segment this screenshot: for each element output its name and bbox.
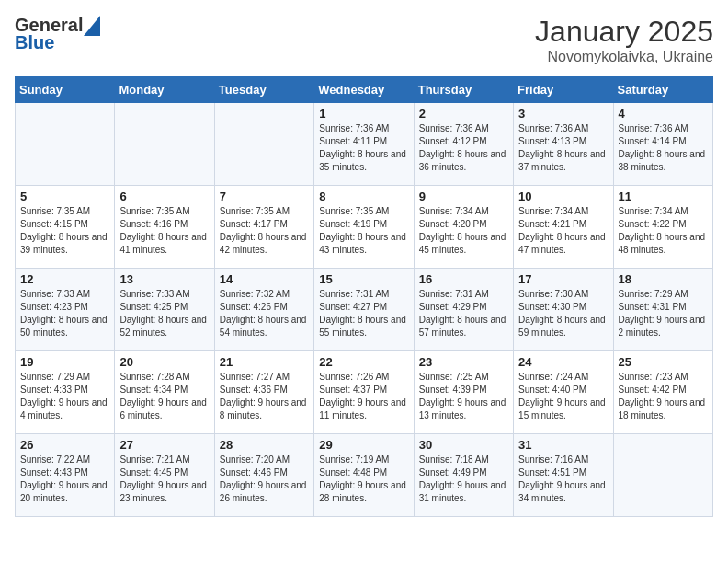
- day-number: 10: [518, 190, 608, 203]
- day-number: 8: [319, 190, 408, 203]
- calendar-cell: 28Sunrise: 7:20 AM Sunset: 4:46 PM Dayli…: [214, 434, 313, 517]
- month-title: January 2025: [535, 15, 713, 49]
- calendar-cell: 8Sunrise: 7:35 AM Sunset: 4:19 PM Daylig…: [314, 186, 414, 269]
- day-number: 3: [518, 107, 608, 121]
- calendar-cell: 14Sunrise: 7:32 AM Sunset: 4:26 PM Dayli…: [214, 269, 313, 351]
- calendar-cell: 3Sunrise: 7:36 AM Sunset: 4:13 PM Daylig…: [514, 103, 613, 186]
- day-info: Sunrise: 7:34 AM Sunset: 4:20 PM Dayligh…: [419, 205, 508, 257]
- day-number: 18: [619, 272, 708, 286]
- calendar-cell: 7Sunrise: 7:35 AM Sunset: 4:17 PM Daylig…: [214, 186, 313, 269]
- day-number: 12: [20, 272, 109, 286]
- calendar-cell: 2Sunrise: 7:36 AM Sunset: 4:12 PM Daylig…: [414, 103, 513, 186]
- svg-marker-0: [84, 16, 100, 36]
- day-number: 20: [119, 355, 209, 369]
- day-number: 13: [119, 272, 209, 286]
- day-info: Sunrise: 7:34 AM Sunset: 4:22 PM Dayligh…: [619, 205, 708, 257]
- calendar-cell: 23Sunrise: 7:25 AM Sunset: 4:39 PM Dayli…: [414, 351, 513, 434]
- day-info: Sunrise: 7:18 AM Sunset: 4:49 PM Dayligh…: [419, 454, 508, 505]
- day-info: Sunrise: 7:31 AM Sunset: 4:27 PM Dayligh…: [319, 288, 408, 339]
- calendar-body: 1Sunrise: 7:36 AM Sunset: 4:11 PM Daylig…: [16, 103, 713, 517]
- day-number: 30: [419, 438, 508, 452]
- title-block: January 2025 Novomykolaivka, Ukraine: [535, 15, 713, 65]
- day-info: Sunrise: 7:26 AM Sunset: 4:37 PM Dayligh…: [319, 371, 408, 422]
- logo: General Blue: [15, 15, 100, 53]
- calendar-cell: 1Sunrise: 7:36 AM Sunset: 4:11 PM Daylig…: [314, 103, 414, 186]
- day-info: Sunrise: 7:25 AM Sunset: 4:39 PM Dayligh…: [419, 371, 508, 422]
- calendar-cell: 19Sunrise: 7:29 AM Sunset: 4:33 PM Dayli…: [16, 351, 115, 434]
- day-number: 31: [518, 438, 608, 452]
- weekday-header-sunday: Sunday: [16, 77, 115, 103]
- day-info: Sunrise: 7:24 AM Sunset: 4:40 PM Dayligh…: [518, 371, 608, 422]
- calendar-cell: 17Sunrise: 7:30 AM Sunset: 4:30 PM Dayli…: [514, 269, 613, 351]
- calendar-cell: 22Sunrise: 7:26 AM Sunset: 4:37 PM Dayli…: [314, 351, 414, 434]
- day-number: 27: [119, 438, 209, 452]
- calendar-table: SundayMondayTuesdayWednesdayThursdayFrid…: [15, 76, 713, 517]
- calendar-cell: 10Sunrise: 7:34 AM Sunset: 4:21 PM Dayli…: [514, 186, 613, 269]
- day-number: 6: [119, 190, 209, 203]
- day-number: 19: [20, 355, 109, 369]
- day-info: Sunrise: 7:29 AM Sunset: 4:33 PM Dayligh…: [20, 371, 109, 422]
- location-text: Novomykolaivka, Ukraine: [535, 49, 713, 65]
- calendar-cell: 16Sunrise: 7:31 AM Sunset: 4:29 PM Dayli…: [414, 269, 513, 351]
- calendar-cell: 21Sunrise: 7:27 AM Sunset: 4:36 PM Dayli…: [214, 351, 313, 434]
- day-info: Sunrise: 7:34 AM Sunset: 4:21 PM Dayligh…: [518, 205, 608, 257]
- day-number: 2: [419, 107, 508, 121]
- calendar-cell: 27Sunrise: 7:21 AM Sunset: 4:45 PM Dayli…: [115, 434, 214, 517]
- calendar-cell: 18Sunrise: 7:29 AM Sunset: 4:31 PM Dayli…: [613, 269, 712, 351]
- calendar-cell: 26Sunrise: 7:22 AM Sunset: 4:43 PM Dayli…: [16, 434, 115, 517]
- day-info: Sunrise: 7:21 AM Sunset: 4:45 PM Dayligh…: [119, 454, 209, 505]
- day-info: Sunrise: 7:35 AM Sunset: 4:19 PM Dayligh…: [319, 205, 408, 257]
- day-info: Sunrise: 7:19 AM Sunset: 4:48 PM Dayligh…: [319, 454, 408, 505]
- day-info: Sunrise: 7:28 AM Sunset: 4:34 PM Dayligh…: [119, 371, 209, 422]
- calendar-week-row: 12Sunrise: 7:33 AM Sunset: 4:23 PM Dayli…: [16, 269, 713, 351]
- calendar-cell: 11Sunrise: 7:34 AM Sunset: 4:22 PM Dayli…: [613, 186, 712, 269]
- calendar-week-row: 19Sunrise: 7:29 AM Sunset: 4:33 PM Dayli…: [16, 351, 713, 434]
- day-info: Sunrise: 7:27 AM Sunset: 4:36 PM Dayligh…: [220, 371, 309, 422]
- calendar-cell: 13Sunrise: 7:33 AM Sunset: 4:25 PM Dayli…: [115, 269, 214, 351]
- calendar-cell: [214, 103, 313, 186]
- day-number: 17: [518, 272, 608, 286]
- day-number: 23: [419, 355, 508, 369]
- calendar-cell: 15Sunrise: 7:31 AM Sunset: 4:27 PM Dayli…: [314, 269, 414, 351]
- day-info: Sunrise: 7:32 AM Sunset: 4:26 PM Dayligh…: [220, 288, 309, 339]
- day-number: 4: [619, 107, 708, 121]
- weekday-header-tuesday: Tuesday: [214, 77, 313, 103]
- day-info: Sunrise: 7:33 AM Sunset: 4:23 PM Dayligh…: [20, 288, 109, 339]
- day-info: Sunrise: 7:23 AM Sunset: 4:42 PM Dayligh…: [619, 371, 708, 422]
- day-info: Sunrise: 7:30 AM Sunset: 4:30 PM Dayligh…: [518, 288, 608, 339]
- day-info: Sunrise: 7:35 AM Sunset: 4:15 PM Dayligh…: [20, 205, 109, 257]
- calendar-cell: 30Sunrise: 7:18 AM Sunset: 4:49 PM Dayli…: [414, 434, 513, 517]
- calendar-cell: 29Sunrise: 7:19 AM Sunset: 4:48 PM Dayli…: [314, 434, 414, 517]
- day-number: 22: [319, 355, 408, 369]
- calendar-cell: 12Sunrise: 7:33 AM Sunset: 4:23 PM Dayli…: [16, 269, 115, 351]
- day-number: 14: [220, 272, 309, 286]
- logo-blue-text: Blue: [15, 32, 54, 52]
- calendar-header: SundayMondayTuesdayWednesdayThursdayFrid…: [16, 77, 713, 103]
- calendar-cell: [16, 103, 115, 186]
- calendar-cell: 24Sunrise: 7:24 AM Sunset: 4:40 PM Dayli…: [514, 351, 613, 434]
- calendar-week-row: 1Sunrise: 7:36 AM Sunset: 4:11 PM Daylig…: [16, 103, 713, 186]
- weekday-header-monday: Monday: [115, 77, 214, 103]
- day-number: 24: [518, 355, 608, 369]
- day-number: 15: [319, 272, 408, 286]
- page-header: General Blue January 2025 Novomykolaivka…: [15, 15, 713, 65]
- day-number: 21: [220, 355, 309, 369]
- day-number: 1: [319, 107, 408, 121]
- day-number: 5: [20, 190, 109, 203]
- day-info: Sunrise: 7:36 AM Sunset: 4:11 PM Dayligh…: [319, 122, 408, 174]
- weekday-header-wednesday: Wednesday: [314, 77, 414, 103]
- weekday-header-saturday: Saturday: [613, 77, 712, 103]
- day-info: Sunrise: 7:35 AM Sunset: 4:16 PM Dayligh…: [119, 205, 209, 257]
- calendar-cell: 4Sunrise: 7:36 AM Sunset: 4:14 PM Daylig…: [613, 103, 712, 186]
- day-number: 25: [619, 355, 708, 369]
- day-info: Sunrise: 7:22 AM Sunset: 4:43 PM Dayligh…: [20, 454, 109, 505]
- day-number: 11: [619, 190, 708, 203]
- weekday-header-friday: Friday: [514, 77, 613, 103]
- day-info: Sunrise: 7:36 AM Sunset: 4:14 PM Dayligh…: [619, 122, 708, 174]
- day-number: 28: [220, 438, 309, 452]
- day-info: Sunrise: 7:16 AM Sunset: 4:51 PM Dayligh…: [518, 454, 608, 505]
- day-info: Sunrise: 7:33 AM Sunset: 4:25 PM Dayligh…: [119, 288, 209, 339]
- day-info: Sunrise: 7:31 AM Sunset: 4:29 PM Dayligh…: [419, 288, 508, 339]
- day-info: Sunrise: 7:20 AM Sunset: 4:46 PM Dayligh…: [220, 454, 309, 505]
- day-number: 26: [20, 438, 109, 452]
